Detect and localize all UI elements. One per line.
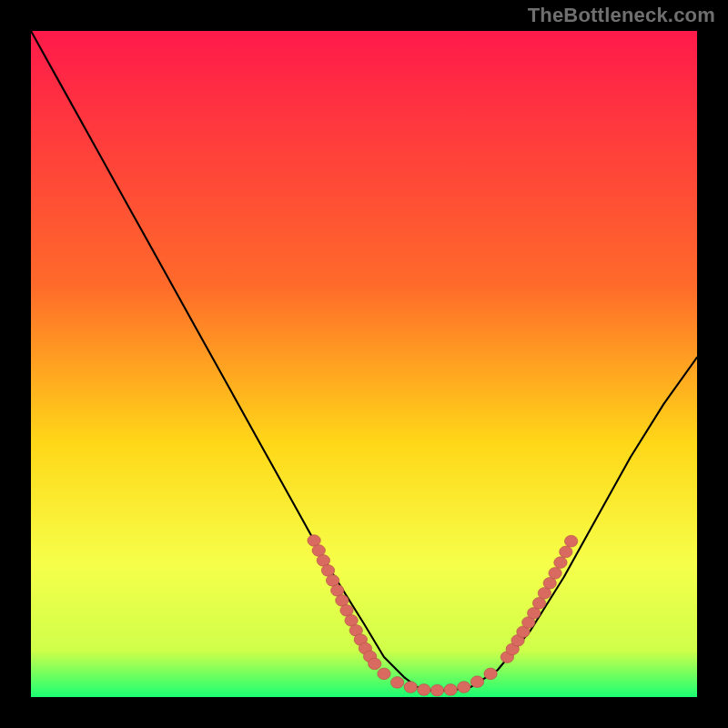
marker-dot xyxy=(564,535,577,547)
marker-dot xyxy=(458,682,470,693)
chart-stage: { "watermark": "TheBottleneck.com", "col… xyxy=(0,0,728,728)
marker-dot xyxy=(554,557,567,569)
marker-dot xyxy=(560,546,572,558)
marker-dot xyxy=(430,684,443,696)
plot-background xyxy=(31,31,697,697)
marker-dot xyxy=(404,682,417,693)
marker-dot xyxy=(378,668,390,680)
marker-dot xyxy=(369,658,381,670)
marker-dot xyxy=(484,668,497,680)
marker-dot xyxy=(390,677,403,689)
marker-dot xyxy=(470,676,483,688)
marker-dot xyxy=(418,684,430,696)
marker-dot xyxy=(549,568,561,580)
marker-dot xyxy=(444,684,457,696)
chart-svg xyxy=(0,0,728,728)
